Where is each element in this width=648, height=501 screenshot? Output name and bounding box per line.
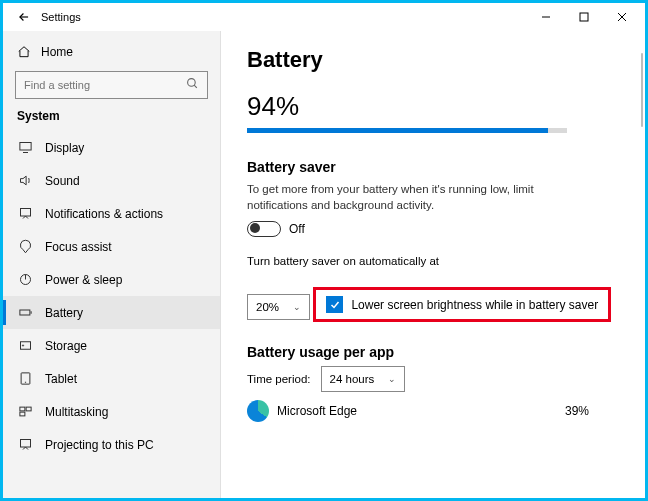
sidebar-item-power-sleep[interactable]: Power & sleep <box>3 263 220 296</box>
app-row[interactable]: Microsoft Edge 39% <box>247 400 619 422</box>
sidebar-item-notifications[interactable]: Notifications & actions <box>3 197 220 230</box>
sidebar-item-label: Projecting to this PC <box>45 438 154 452</box>
notifications-icon <box>17 206 33 221</box>
sidebar-item-label: Power & sleep <box>45 273 122 287</box>
lower-brightness-row[interactable]: Lower screen brightness while in battery… <box>313 287 611 322</box>
page-title: Battery <box>247 47 619 73</box>
time-period-value: 24 hours <box>330 373 375 385</box>
sidebar-item-sound[interactable]: Sound <box>3 164 220 197</box>
minimize-button[interactable] <box>527 6 565 28</box>
titlebar: Settings <box>3 3 645 31</box>
lower-brightness-checkbox[interactable] <box>326 296 343 313</box>
multitasking-icon <box>17 404 33 419</box>
battery-progress-fill <box>247 128 548 133</box>
sidebar-item-label: Focus assist <box>45 240 112 254</box>
power-icon <box>17 272 33 287</box>
content-pane: Battery 94% Battery saver To get more fr… <box>221 31 645 498</box>
svg-line-5 <box>194 85 197 88</box>
display-icon <box>17 140 33 155</box>
svg-point-14 <box>22 345 23 346</box>
chevron-down-icon: ⌄ <box>293 302 301 312</box>
auto-on-value: 20% <box>256 301 279 313</box>
sidebar-item-label: Display <box>45 141 84 155</box>
time-period-label: Time period: <box>247 373 311 385</box>
section-label: System <box>3 109 220 131</box>
sound-icon <box>17 173 33 188</box>
svg-rect-18 <box>26 407 31 411</box>
battery-icon <box>17 305 33 320</box>
search-input[interactable] <box>15 71 208 99</box>
sidebar-item-focus-assist[interactable]: Focus assist <box>3 230 220 263</box>
search-icon <box>186 77 199 93</box>
window-title: Settings <box>41 11 81 23</box>
chevron-down-icon: ⌄ <box>388 374 396 384</box>
svg-rect-6 <box>19 143 30 151</box>
sidebar-item-display[interactable]: Display <box>3 131 220 164</box>
app-name: Microsoft Edge <box>277 404 357 418</box>
sidebar-item-projecting[interactable]: Projecting to this PC <box>3 428 220 461</box>
svg-rect-8 <box>20 209 30 217</box>
time-period-select[interactable]: 24 hours ⌄ <box>321 366 406 392</box>
lower-brightness-label: Lower screen brightness while in battery… <box>351 298 598 312</box>
projecting-icon <box>17 437 33 452</box>
sidebar-item-label: Sound <box>45 174 80 188</box>
sidebar: Home System Display Sound <box>3 31 221 498</box>
battery-percent: 94% <box>247 91 619 122</box>
home-label: Home <box>41 45 73 59</box>
svg-rect-19 <box>19 412 24 416</box>
svg-rect-17 <box>19 407 24 411</box>
back-button[interactable] <box>17 10 31 24</box>
search-field[interactable] <box>24 79 186 91</box>
tablet-icon <box>17 371 33 386</box>
maximize-button[interactable] <box>565 6 603 28</box>
scrollbar[interactable] <box>641 53 643 127</box>
sidebar-item-label: Tablet <box>45 372 77 386</box>
sidebar-item-label: Storage <box>45 339 87 353</box>
battery-saver-heading: Battery saver <box>247 159 619 175</box>
close-button[interactable] <box>603 6 641 28</box>
svg-point-4 <box>188 79 196 87</box>
home-link[interactable]: Home <box>3 37 220 67</box>
storage-icon <box>17 338 33 353</box>
auto-on-select[interactable]: 20% ⌄ <box>247 294 310 320</box>
svg-rect-11 <box>19 310 29 315</box>
auto-on-label: Turn battery saver on automatically at <box>247 255 619 267</box>
svg-rect-20 <box>20 440 30 448</box>
toggle-state-label: Off <box>289 222 305 236</box>
focus-assist-icon <box>17 239 33 254</box>
sidebar-item-multitasking[interactable]: Multitasking <box>3 395 220 428</box>
sidebar-item-storage[interactable]: Storage <box>3 329 220 362</box>
sidebar-item-label: Battery <box>45 306 83 320</box>
battery-saver-toggle[interactable] <box>247 221 281 237</box>
sidebar-item-battery[interactable]: Battery <box>3 296 220 329</box>
sidebar-item-label: Multitasking <box>45 405 108 419</box>
sidebar-item-tablet[interactable]: Tablet <box>3 362 220 395</box>
battery-saver-desc: To get more from your battery when it's … <box>247 181 587 213</box>
edge-icon <box>247 400 269 422</box>
battery-progress <box>247 128 567 133</box>
sidebar-item-label: Notifications & actions <box>45 207 163 221</box>
svg-rect-1 <box>580 13 588 21</box>
app-percent: 39% <box>565 404 619 418</box>
usage-heading: Battery usage per app <box>247 344 619 360</box>
